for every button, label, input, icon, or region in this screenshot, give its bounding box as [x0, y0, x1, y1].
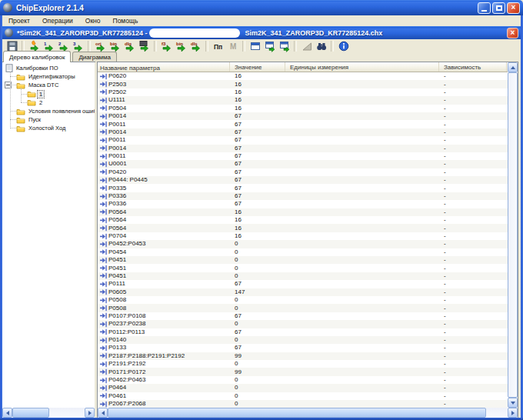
table-row[interactable]: P056416- — [98, 208, 508, 216]
tree-item[interactable]: Идентификаторы — [2, 72, 95, 81]
table-row[interactable]: P070416- — [98, 232, 508, 240]
tree-item-label[interactable]: Идентификаторы — [27, 73, 77, 80]
tree-item-label[interactable]: Маска DTC — [27, 82, 60, 88]
menu-item-операции[interactable]: Операции — [36, 16, 79, 25]
search-button[interactable] — [314, 39, 328, 52]
scroll-up-button[interactable] — [508, 62, 518, 72]
tree-item[interactable]: Маска DTC — [2, 81, 95, 89]
column-header-units[interactable]: Единицы измерения — [285, 62, 439, 72]
table-row[interactable]: P0107:P010867- — [98, 312, 508, 320]
bookmark-button[interactable]: M — [225, 39, 240, 52]
table-row[interactable]: P0112:P011367- — [98, 328, 508, 336]
table-row[interactable]: P01400- — [98, 336, 508, 344]
menu-item-помощь[interactable]: Помощь — [107, 16, 145, 25]
tree-horizontal-scrollbar[interactable] — [2, 408, 95, 418]
import-f3-button[interactable]: f3 — [159, 39, 174, 52]
table-row[interactable]: P011167- — [98, 280, 508, 288]
font-button[interactable]: Пп — [211, 39, 225, 52]
table-row[interactable]: P056416- — [98, 216, 508, 224]
menu-item-окно[interactable]: Окно — [79, 16, 107, 25]
tree-item-label[interactable]: Калибровки ПО — [15, 65, 60, 72]
table-row[interactable]: P0605147- — [98, 288, 508, 296]
table-row[interactable]: P033567- — [98, 184, 508, 192]
tree-item-label[interactable]: Пуск — [27, 116, 42, 123]
table-row[interactable]: P0462:P04630- — [98, 376, 508, 384]
table-row[interactable]: P013367- — [98, 344, 508, 352]
open-window-button[interactable] — [262, 39, 277, 52]
table-row[interactable]: P04540- — [98, 248, 508, 256]
table-row[interactable]: P0237:P02380- — [98, 320, 508, 328]
table-row[interactable]: P250216- — [98, 88, 508, 96]
export-orj-button[interactable]: orj — [93, 39, 108, 52]
tree-item[interactable]: 2 — [2, 98, 95, 107]
info-button[interactable] — [336, 39, 351, 52]
table-row[interactable]: P2191:P21920- — [98, 360, 508, 368]
table-row[interactable]: P2187:P2188:P2191:P219299- — [98, 352, 508, 360]
document-close-button[interactable]: × — [507, 28, 518, 38]
table-row[interactable]: P05080- — [98, 304, 508, 312]
table-row[interactable]: P001167- — [98, 136, 508, 144]
table-row[interactable]: P2067:P20680- — [98, 400, 508, 408]
table-row[interactable]: P0171:P017299- — [98, 368, 508, 375]
table-horizontal-scrollbar[interactable] — [98, 408, 518, 418]
table-row[interactable]: P001167- — [98, 120, 508, 128]
table-row[interactable]: P050416- — [98, 105, 508, 112]
table-row[interactable]: P056416- — [98, 224, 508, 232]
close-button[interactable]: × — [507, 2, 520, 14]
tree-item[interactable]: Условия появления ошибок — [2, 107, 95, 115]
table-row[interactable]: P250316- — [98, 80, 508, 88]
tree-hscroll-thumb[interactable] — [12, 408, 49, 418]
tree-item[interactable]: Пуск — [2, 115, 95, 124]
column-header-name[interactable]: Название параметра — [98, 62, 230, 72]
table-vertical-scrollbar[interactable] — [508, 62, 518, 408]
column-header-value[interactable]: Значение — [230, 62, 285, 72]
table-row[interactable]: P001167- — [98, 152, 508, 160]
tree-item[interactable]: 1 — [2, 90, 95, 98]
export-dlg-button[interactable]: dlg — [122, 39, 137, 52]
table-vscroll-thumb[interactable] — [508, 72, 518, 398]
maximize-button[interactable] — [492, 2, 505, 14]
tab-calibration-tree[interactable]: Дерево калибровок — [3, 51, 71, 62]
tree-item-label[interactable]: Холостой Ход — [27, 125, 67, 132]
table-row[interactable]: P04610- — [98, 392, 508, 400]
table-hscroll-thumb[interactable] — [108, 408, 486, 418]
minimize-button[interactable] — [478, 2, 491, 14]
scroll-right-button[interactable] — [508, 408, 518, 418]
scroll-left-button[interactable] — [98, 408, 108, 418]
table-row[interactable]: P001467- — [98, 112, 508, 120]
scroll-left-button[interactable] — [2, 408, 12, 418]
tree-item-label[interactable]: 1 — [38, 91, 44, 98]
table-row[interactable]: P04510- — [98, 272, 508, 280]
tree-item-label[interactable]: 2 — [38, 99, 44, 106]
import-dls-button[interactable]: dls — [188, 39, 203, 52]
scroll-down-button[interactable] — [508, 398, 518, 408]
table-row[interactable]: P062016- — [98, 72, 508, 80]
table-row[interactable]: P04510- — [98, 264, 508, 272]
table-row[interactable]: P04510- — [98, 256, 508, 264]
table-row[interactable]: U000167- — [98, 160, 508, 168]
table-row[interactable]: P04640- — [98, 384, 508, 392]
column-header-dependency[interactable]: Зависимость — [439, 62, 507, 72]
ramp-button[interactable] — [299, 39, 314, 52]
table-row[interactable]: U111116- — [98, 96, 508, 104]
sync-window-button[interactable] — [277, 39, 291, 52]
new-window-button[interactable] — [248, 39, 262, 52]
tree-item[interactable]: Калибровки ПО — [2, 64, 95, 72]
table-row[interactable]: P001467- — [98, 128, 508, 136]
tree-item-label[interactable]: Условия появления ошибок — [27, 108, 95, 115]
write-3-button[interactable]: 3 — [71, 39, 85, 52]
table-row[interactable]: P033667- — [98, 192, 508, 200]
table-row[interactable]: P0452:P04530- — [98, 240, 508, 248]
table-row[interactable]: P042067- — [98, 168, 508, 176]
table-row[interactable]: P001467- — [98, 145, 508, 152]
table-row[interactable]: P05080- — [98, 296, 508, 304]
scroll-right-button[interactable] — [85, 408, 95, 418]
menu-item-проект[interactable]: Проект — [2, 16, 36, 25]
export-bin-button[interactable]: bin — [108, 39, 122, 52]
table-row[interactable]: P0444: P044567- — [98, 176, 508, 184]
tab-diagram[interactable]: Диаграмма — [72, 52, 117, 62]
import-bin-button[interactable]: bin — [174, 39, 188, 52]
table-row[interactable]: P033667- — [98, 200, 508, 208]
tree-item[interactable]: Холостой Ход — [2, 124, 95, 132]
export-ecu-button[interactable] — [137, 39, 152, 52]
